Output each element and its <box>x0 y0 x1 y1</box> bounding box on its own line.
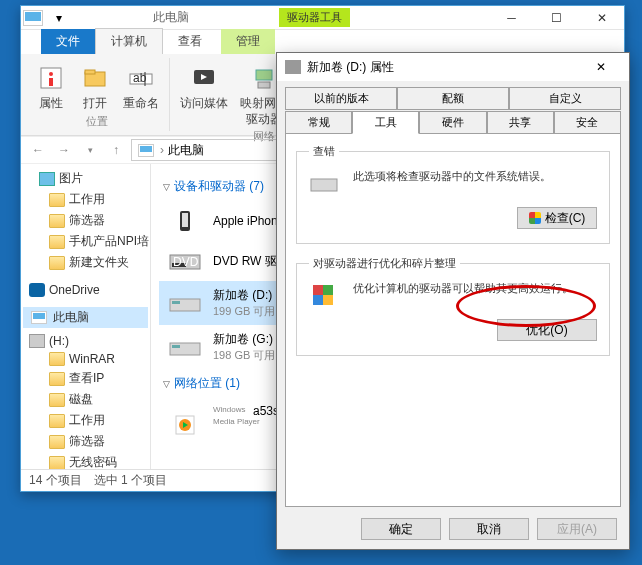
tree-label: 筛选器 <box>69 433 105 450</box>
quickaccess-dropdown-icon[interactable]: ▾ <box>47 8 71 28</box>
rename-button[interactable]: ab 重命名 <box>117 60 165 114</box>
tab-hardware[interactable]: 硬件 <box>419 111 486 134</box>
dialog-titlebar: 新加卷 (D:) 属性 ✕ <box>277 53 629 81</box>
dvd-icon: DVD <box>167 247 203 275</box>
tree-label: (H:) <box>49 334 69 348</box>
optimize-button[interactable]: 优化(O) <box>497 319 597 341</box>
status-count: 14 个项目 <box>29 472 82 489</box>
tree-item-work[interactable]: 工作用 <box>23 189 148 210</box>
tree-item-onedrive[interactable]: OneDrive <box>23 281 148 299</box>
svg-rect-30 <box>323 295 333 305</box>
tree-item-npi[interactable]: 手机产品NPI培… <box>23 231 148 252</box>
maximize-button[interactable]: ☐ <box>534 7 579 29</box>
svg-rect-2 <box>49 78 53 86</box>
chevron-down-icon: ▽ <box>163 182 170 192</box>
drive-check-icon <box>309 169 341 197</box>
svg-rect-20 <box>172 301 180 304</box>
drive-icon <box>285 60 301 74</box>
pictures-icon <box>39 172 55 186</box>
group-network-label: 网络位置 (1) <box>174 375 240 392</box>
folder-icon <box>49 435 65 449</box>
svg-rect-29 <box>313 295 323 305</box>
ok-button[interactable]: 确定 <box>361 518 441 540</box>
chevron-right-icon: › <box>160 143 164 157</box>
nav-up-button[interactable]: ↑ <box>105 139 127 161</box>
folder-icon <box>49 256 65 270</box>
properties-button[interactable]: 属性 <box>29 60 73 114</box>
tree-item-work2[interactable]: 工作用 <box>23 410 148 431</box>
tab-general[interactable]: 常规 <box>285 111 352 134</box>
tree-item-thispc[interactable]: 此电脑 <box>23 307 148 328</box>
onedrive-icon <box>29 283 45 297</box>
access-media-label: 访问媒体 <box>180 96 228 112</box>
tab-manage[interactable]: 管理 <box>221 29 275 54</box>
tree-item-filter2[interactable]: 筛选器 <box>23 431 148 452</box>
open-button[interactable]: 打开 <box>73 60 117 114</box>
cancel-label: 取消 <box>477 521 501 538</box>
group-devices-label: 设备和驱动器 (7) <box>174 178 264 195</box>
nav-back-button[interactable]: ← <box>27 139 49 161</box>
tree-item-disk[interactable]: 磁盘 <box>23 389 148 410</box>
media-icon <box>188 62 220 94</box>
cancel-button[interactable]: 取消 <box>449 518 529 540</box>
tree-label: 新建文件夹 <box>69 254 129 271</box>
nav-history-button[interactable]: ▾ <box>79 139 101 161</box>
ribbon-group-location-label: 位置 <box>86 114 108 129</box>
dialog-footer: 确定 取消 应用(A) <box>277 509 629 549</box>
tools-tab-content: 查错 此选项将检查驱动器中的文件系统错误。 检查(C) 对驱动器进行优化和碎片整… <box>285 133 621 507</box>
minimize-button[interactable]: ─ <box>489 7 534 29</box>
tab-sharing[interactable]: 共享 <box>487 111 554 134</box>
dialog-close-button[interactable]: ✕ <box>581 55 621 79</box>
tab-file[interactable]: 文件 <box>41 29 95 54</box>
tree-item-hdrive[interactable]: (H:) <box>23 332 148 350</box>
tree-item-winrar[interactable]: WinRAR <box>23 350 148 368</box>
nav-forward-button[interactable]: → <box>53 139 75 161</box>
tree-label: 查看IP <box>69 370 104 387</box>
rename-label: 重命名 <box>123 96 159 112</box>
dialog-body: 以前的版本 配额 自定义 常规 工具 硬件 共享 安全 查错 此选项将检查 <box>277 81 629 509</box>
check-button-label: 检查(C) <box>545 210 586 227</box>
check-button[interactable]: 检查(C) <box>517 207 597 229</box>
breadcrumb-pc-icon <box>138 144 154 157</box>
folder-icon <box>49 193 65 207</box>
apply-button[interactable]: 应用(A) <box>537 518 617 540</box>
device-label: Apple iPhone <box>213 213 284 230</box>
ribbon-context-label: 驱动器工具 <box>279 8 350 27</box>
close-button[interactable]: ✕ <box>579 7 624 29</box>
drive-icon <box>167 333 203 361</box>
tree-label: 磁盘 <box>69 391 93 408</box>
tab-previous-versions[interactable]: 以前的版本 <box>285 87 397 110</box>
dialog-title: 新加卷 (D:) 属性 <box>307 59 394 76</box>
this-pc-icon <box>23 10 43 26</box>
tree-item-wifipw[interactable]: 无线密码 <box>23 452 148 469</box>
svg-rect-21 <box>170 343 200 355</box>
optimize-text: 优化计算机的驱动器可以帮助其更高效运行。 <box>353 281 597 296</box>
svg-text:DVD: DVD <box>173 255 199 269</box>
breadcrumb-root[interactable]: 此电脑 <box>168 142 204 159</box>
tab-view[interactable]: 查看 <box>163 29 217 54</box>
tree-item-newfolder[interactable]: 新建文件夹 <box>23 252 148 273</box>
tree-label: 工作用 <box>69 191 105 208</box>
tree-item-pictures[interactable]: 图片 <box>23 168 148 189</box>
properties-dialog: 新加卷 (D:) 属性 ✕ 以前的版本 配额 自定义 常规 工具 硬件 共享 安… <box>276 52 630 550</box>
svg-rect-15 <box>182 213 188 227</box>
tab-security[interactable]: 安全 <box>554 111 621 134</box>
rename-icon: ab <box>125 62 157 94</box>
tree-label: OneDrive <box>49 283 100 297</box>
tab-computer[interactable]: 计算机 <box>95 28 163 54</box>
properties-icon <box>35 62 67 94</box>
optimize-legend: 对驱动器进行优化和碎片整理 <box>309 256 460 271</box>
tab-quota[interactable]: 配额 <box>397 87 509 110</box>
folder-icon <box>49 456 65 470</box>
svg-rect-22 <box>172 345 180 348</box>
error-check-group: 查错 此选项将检查驱动器中的文件系统错误。 检查(C) <box>296 144 610 244</box>
access-media-button[interactable]: 访问媒体 <box>174 60 234 129</box>
tab-tools[interactable]: 工具 <box>352 111 419 134</box>
folder-icon <box>49 414 65 428</box>
tree-item-filter[interactable]: 筛选器 <box>23 210 148 231</box>
tree-item-lookupip[interactable]: 查看IP <box>23 368 148 389</box>
tab-custom[interactable]: 自定义 <box>509 87 621 110</box>
svg-rect-27 <box>313 285 323 295</box>
tree-label: 图片 <box>59 170 83 187</box>
window-controls: ─ ☐ ✕ <box>489 7 624 29</box>
